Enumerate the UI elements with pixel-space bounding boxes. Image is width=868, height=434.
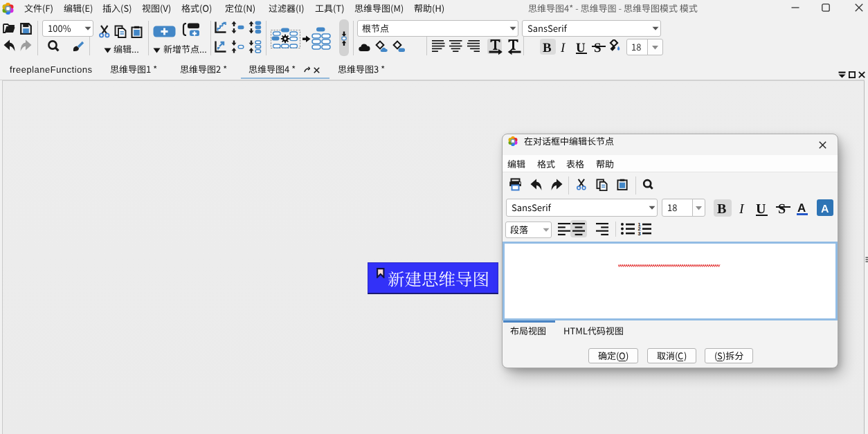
svg-text:3: 3 <box>638 230 641 236</box>
